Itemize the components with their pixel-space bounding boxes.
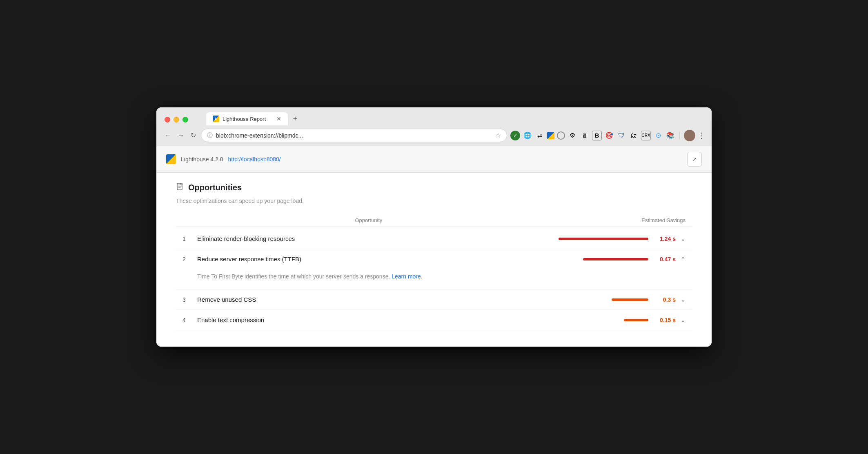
savings-bar-container xyxy=(624,319,648,321)
savings-value: 0.47 s xyxy=(653,256,676,263)
expanded-description: Time To First Byte identifies the time a… xyxy=(197,273,392,280)
minimize-button[interactable] xyxy=(174,117,179,122)
opportunity-number: 1 xyxy=(183,236,191,242)
address-bar: ← → ↻ ⓘ blob:chrome-extension://blipmdc.… xyxy=(156,125,712,146)
table-header: Opportunity Estimated Savings xyxy=(176,214,692,227)
savings-bar xyxy=(559,238,648,240)
savings-value: 0.15 s xyxy=(653,317,676,323)
opportunity-right: 0.15 s ⌄ xyxy=(555,317,685,323)
back-button[interactable]: ← xyxy=(163,130,173,141)
savings-bar-container xyxy=(583,258,648,260)
expand-chevron[interactable]: ⌄ xyxy=(681,296,685,303)
opportunity-left: 1 Eliminate render-blocking resources xyxy=(183,235,555,242)
extension-icon-crx[interactable]: CRX xyxy=(641,131,651,140)
toolbar-separator xyxy=(679,131,680,140)
info-icon: ⓘ xyxy=(207,132,213,139)
savings-value: 1.24 s xyxy=(653,236,676,242)
opportunity-left: 3 Remove unused CSS xyxy=(183,296,555,303)
expanded-period: . xyxy=(421,273,423,280)
table-row: 4 Enable text compression 0.15 s ⌄ xyxy=(176,310,692,330)
section-title: Opportunities xyxy=(188,183,242,192)
savings-value: 0.3 s xyxy=(653,296,676,303)
opportunity-number: 3 xyxy=(183,296,191,303)
extension-icon-lighthouse[interactable] xyxy=(547,132,554,139)
lighthouse-version: Lighthouse 4.2.0 xyxy=(181,156,223,162)
extension-icon-gear[interactable]: ⚙ xyxy=(568,131,577,140)
collapse-chevron[interactable]: ⌃ xyxy=(681,256,685,263)
browser-menu-button[interactable]: ⋮ xyxy=(698,131,705,140)
savings-bar xyxy=(624,319,648,321)
table-row: 3 Remove unused CSS 0.3 s ⌄ xyxy=(176,289,692,310)
opportunities-table: Opportunity Estimated Savings 1 Eliminat… xyxy=(176,214,692,330)
share-icon: ↗ xyxy=(692,156,697,162)
url-text: blob:chrome-extension://blipmdc... xyxy=(216,132,492,139)
extension-icon-green-check[interactable]: ✓ xyxy=(510,131,520,140)
new-tab-button[interactable]: + xyxy=(289,113,301,125)
url-bar[interactable]: ⓘ blob:chrome-extension://blipmdc... ☆ xyxy=(201,129,507,142)
extension-icon-book[interactable]: 📚 xyxy=(665,131,675,140)
column-header-opportunity: Opportunity xyxy=(183,217,555,223)
active-tab[interactable]: L Lighthouse Report ✕ xyxy=(206,112,288,125)
title-bar: L Lighthouse Report ✕ + xyxy=(156,107,712,125)
opportunity-right: 0.47 s ⌃ xyxy=(555,256,685,263)
opportunity-name: Enable text compression xyxy=(197,316,264,323)
tabs-row: L Lighthouse Report ✕ + xyxy=(206,112,301,125)
lighthouse-header-left: Lighthouse 4.2.0 http://localhost:8080/ xyxy=(166,154,281,164)
savings-bar-container xyxy=(559,238,648,240)
lighthouse-url-link[interactable]: http://localhost:8080/ xyxy=(228,156,281,162)
opportunity-number: 4 xyxy=(183,317,191,323)
opportunity-name: Eliminate render-blocking resources xyxy=(197,235,295,242)
table-row: 2 Reduce server response times (TTFB) 0.… xyxy=(176,249,692,269)
savings-bar xyxy=(583,258,648,260)
opportunity-name: Reduce server response times (TTFB) xyxy=(197,256,301,263)
content-area: Lighthouse 4.2.0 http://localhost:8080/ … xyxy=(156,146,712,347)
tab-close-button[interactable]: ✕ xyxy=(276,116,281,122)
section-header: Opportunities xyxy=(176,182,692,193)
savings-bar-container xyxy=(612,298,648,301)
opportunity-number: 2 xyxy=(183,256,191,263)
table-row: 1 Eliminate render-blocking resources 1.… xyxy=(176,229,692,249)
extension-icon-target[interactable]: 🎯 xyxy=(604,131,614,140)
extension-icon-bold-b[interactable]: B xyxy=(592,131,602,140)
extension-icon-red[interactable]: 🗂 xyxy=(629,131,639,140)
opportunity-left: 4 Enable text compression xyxy=(183,316,555,323)
svg-rect-0 xyxy=(177,183,182,190)
forward-button[interactable]: → xyxy=(176,130,186,141)
opportunity-name: Remove unused CSS xyxy=(197,296,256,303)
profile-picture[interactable] xyxy=(684,130,695,141)
expand-chevron[interactable]: ⌄ xyxy=(681,236,685,242)
maximize-button[interactable] xyxy=(183,117,188,122)
opportunity-right: 0.3 s ⌄ xyxy=(555,296,685,303)
extension-icon-arrow[interactable]: ⇄ xyxy=(535,131,545,140)
lighthouse-header: Lighthouse 4.2.0 http://localhost:8080/ … xyxy=(156,146,712,173)
expanded-content: Time To First Byte identifies the time a… xyxy=(176,269,692,289)
close-button[interactable] xyxy=(165,117,170,122)
opportunity-left: 2 Reduce server response times (TTFB) xyxy=(183,256,555,263)
extension-icon-blue-circle[interactable]: ⊙ xyxy=(653,131,663,140)
bookmark-icon[interactable]: ☆ xyxy=(495,131,501,139)
extension-icon-screen[interactable]: 🖥 xyxy=(580,131,590,140)
savings-bar xyxy=(612,298,648,301)
opportunities-icon xyxy=(176,182,184,193)
share-button[interactable]: ↗ xyxy=(687,152,702,167)
main-content: Opportunities These optimizations can sp… xyxy=(156,173,712,347)
toolbar-icons: ✓ 🌐 ⇄ ⚙ 🖥 B 🎯 🛡 🗂 CRX ⊙ 📚 ⋮ xyxy=(510,130,705,141)
expand-chevron[interactable]: ⌄ xyxy=(681,317,685,323)
column-header-savings: Estimated Savings xyxy=(555,217,685,223)
browser-window: L Lighthouse Report ✕ + ← → ↻ ⓘ blob:chr… xyxy=(156,107,712,347)
reload-button[interactable]: ↻ xyxy=(189,130,198,141)
tab-favicon: L xyxy=(213,116,219,122)
lighthouse-logo xyxy=(166,154,176,164)
learn-more-link[interactable]: Learn more xyxy=(392,273,421,280)
section-description: These optimizations can speed up your pa… xyxy=(176,198,692,204)
extension-icon-shield[interactable]: 🛡 xyxy=(617,131,626,140)
tab-title: Lighthouse Report xyxy=(223,116,273,122)
opportunity-right: 1.24 s ⌄ xyxy=(555,236,685,242)
extension-icon-circle[interactable] xyxy=(557,131,565,140)
extension-icon-globe[interactable]: 🌐 xyxy=(523,131,532,140)
